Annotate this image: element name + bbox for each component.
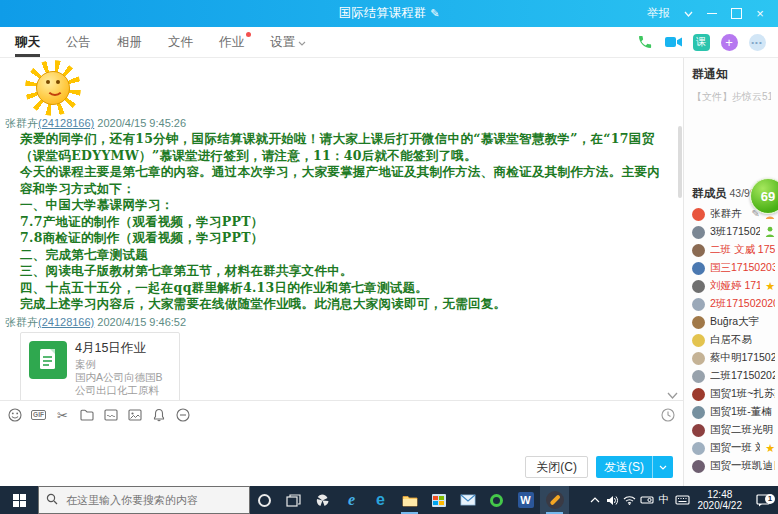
add-icon[interactable]: + (720, 33, 738, 51)
floating-countdown-badge[interactable]: 69 (750, 178, 778, 214)
qq-group-chat-window: 国际结算课程群 ✎ 举报 × 聊天公告相册文件作业设置 课+••• 张群卉(2 (0, 0, 778, 514)
restore-button[interactable] (730, 6, 742, 22)
volume-icon[interactable] (604, 486, 621, 514)
message-text: 亲爱的同学们，还有15分钟，国际结算课就开始啦！请大家上课后打开微信中的“慕课堂… (20, 131, 669, 313)
course-icon[interactable]: 课 (692, 33, 710, 51)
voice-call-icon[interactable] (636, 33, 654, 51)
members-title: 群成员 (692, 186, 727, 201)
message-input[interactable] (0, 427, 683, 456)
file-explorer-icon[interactable] (395, 486, 424, 514)
network-icon[interactable] (621, 486, 638, 514)
member-row[interactable]: Buğra大宇 (684, 313, 778, 331)
projector-icon[interactable] (638, 486, 656, 514)
member-row[interactable]: 国贸1班-董楠 (684, 403, 778, 421)
message-history-icon[interactable] (661, 408, 675, 422)
taskbar-apps: eeW (250, 486, 569, 514)
start-button[interactable] (0, 486, 38, 514)
scroll-to-bottom-icon[interactable] (667, 385, 678, 403)
video-call-icon[interactable] (664, 33, 682, 51)
tab-chat[interactable]: 聊天 (2, 27, 53, 57)
member-avatar (692, 208, 705, 221)
touch-keyboard-icon[interactable] (673, 486, 692, 514)
message-sender-line: 张群卉(24128166) 2020/4/15 9:46:52 (5, 315, 669, 329)
action-center-button[interactable]: 1 (748, 494, 778, 507)
word-icon[interactable]: W (511, 486, 540, 514)
member-name: 蔡中明1715020207 (710, 351, 775, 365)
member-row[interactable]: 国贸一班 刘发★ (684, 439, 778, 457)
sender-name[interactable]: 张群卉 (5, 316, 38, 328)
message-line: 二、完成第七章测试题 (20, 247, 669, 264)
message-line: 三、阅读电子版教材第七章第五节，材料在群共享文件中。 (20, 263, 669, 280)
member-row[interactable]: 二班 文威 17502020 (684, 241, 778, 259)
group-notice-item[interactable]: 【文件】步惊云518聘境.. (692, 90, 771, 104)
edge-icon[interactable]: e (366, 486, 395, 514)
store-icon[interactable] (424, 486, 453, 514)
member-row[interactable]: 刘娅婷 1715020★ (684, 277, 778, 295)
member-name: 二班1715020205张 (710, 369, 775, 383)
tab-album[interactable]: 相册 (104, 27, 155, 57)
windows-logo-icon (13, 494, 26, 507)
more-icon[interactable]: ••• (748, 33, 766, 51)
sender-uid[interactable]: (24128166) (38, 316, 94, 328)
unread-dot (246, 32, 251, 37)
send-file-icon[interactable] (79, 408, 94, 423)
member-avatar (692, 244, 705, 257)
minimize-button[interactable] (706, 6, 718, 22)
message-area[interactable]: 张群卉(24128166) 2020/4/15 9:45:26 亲爱的同学们，还… (0, 58, 683, 400)
tab-homework[interactable]: 作业 (206, 27, 257, 57)
search-input[interactable] (64, 493, 228, 507)
member-row[interactable]: 二班1715020205张 (684, 367, 778, 385)
image-icon[interactable] (127, 408, 142, 423)
edit-title-pencil-icon[interactable]: ✎ (430, 7, 439, 20)
qq-pen-icon[interactable] (540, 486, 569, 514)
message-line: 四、十点五十五分，一起在qq群里解析4.13日的作业和第七章测试题。 (20, 280, 669, 297)
tray-expand-icon[interactable] (587, 486, 604, 514)
remind-icon[interactable] (151, 408, 166, 423)
tab-files[interactable]: 文件 (155, 27, 206, 57)
screenshot-icon[interactable]: ✂ (55, 408, 70, 423)
member-row[interactable]: 国贸二班光明 (684, 421, 778, 439)
emoticon-icon[interactable] (7, 408, 22, 423)
close-button[interactable]: × (754, 6, 766, 22)
chat-scrollbar[interactable] (678, 126, 682, 198)
mail-icon[interactable] (453, 486, 482, 514)
pinwheel-browser-icon[interactable] (308, 486, 337, 514)
member-row[interactable]: 国三1715020302徐 (684, 259, 778, 277)
sender-name[interactable]: 张群卉 (5, 117, 38, 129)
member-avatar (692, 352, 705, 365)
window-controls: 举报 × (647, 6, 778, 22)
send-button-label[interactable]: 发送(S) (596, 456, 653, 478)
window-shake-icon[interactable] (103, 408, 118, 423)
message-line: 亲爱的同学们，还有15分钟，国际结算课就开始啦！请大家上课后打开微信中的“慕课堂… (20, 131, 669, 164)
taskbar-search[interactable] (38, 486, 250, 514)
send-options-caret-icon[interactable] (653, 465, 673, 470)
taskbar-clock[interactable]: 12:48 2020/4/22 (692, 489, 749, 511)
member-row[interactable]: 白居不易 (684, 331, 778, 349)
report-button[interactable]: 举报 (647, 6, 670, 22)
member-name: 2班1715020209林 (710, 297, 775, 311)
sender-uid[interactable]: (24128166) (38, 117, 94, 129)
member-row[interactable]: 国贸一班凯迪日耶 (684, 457, 778, 475)
close-chat-button[interactable]: 关闭(C) (525, 456, 588, 478)
window-title: 国际结算课程群 ✎ (339, 5, 440, 22)
member-row[interactable]: 3班171502031 (684, 223, 778, 241)
gif-icon[interactable]: GIF (31, 408, 46, 423)
member-avatar (692, 298, 705, 311)
cortana-icon[interactable] (250, 486, 279, 514)
homework-card[interactable]: 4月15日作业 案例 国内A公司向德国B公司出口化工原料 班级作业 查看 (20, 332, 180, 401)
tab-settings[interactable]: 设置 (257, 27, 319, 57)
ie-icon[interactable]: e (337, 486, 366, 514)
ime-indicator[interactable]: 中 (656, 486, 673, 514)
tab-announcement[interactable]: 公告 (53, 27, 104, 57)
member-row[interactable]: 蔡中明1715020207 (684, 349, 778, 367)
block-message-icon[interactable] (175, 408, 190, 423)
member-row[interactable]: 2班1715020209林 (684, 295, 778, 313)
member-row[interactable]: 国贸1班~扎苏尔 (684, 385, 778, 403)
chevron-down-icon[interactable] (682, 6, 694, 22)
member-avatar (692, 334, 705, 347)
member-avatar (692, 460, 705, 473)
antivirus-360-icon[interactable] (482, 486, 511, 514)
search-icon (46, 491, 58, 509)
task-view-icon[interactable] (279, 486, 308, 514)
send-button[interactable]: 发送(S) (596, 456, 673, 478)
